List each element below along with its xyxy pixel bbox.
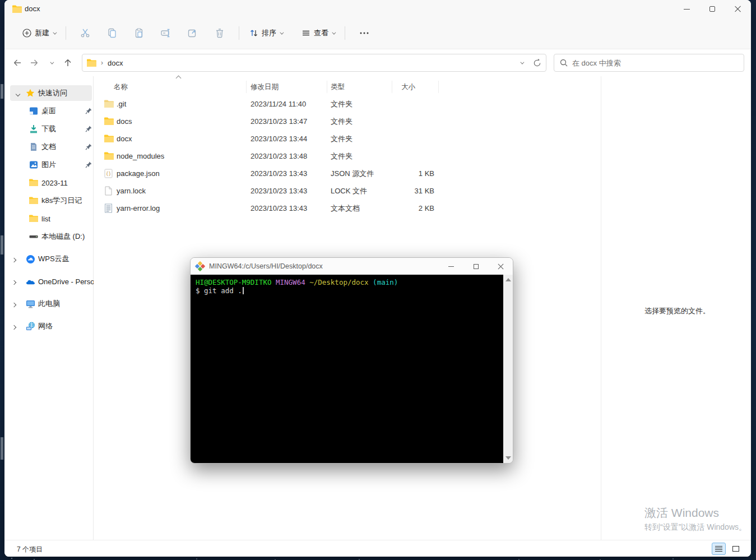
chevron-down-icon <box>53 30 57 34</box>
sidebar-item-label: 桌面 <box>41 106 56 116</box>
pin-icon <box>85 143 92 150</box>
file-row[interactable]: docx 2023/10/23 13:44 文件夹 <box>94 130 601 147</box>
rename-button[interactable] <box>155 23 177 43</box>
sidebar-item-local-disk-d[interactable]: 本地磁盘 (D:) <box>4 228 93 246</box>
refresh-icon[interactable] <box>533 59 541 67</box>
star-icon <box>26 89 35 98</box>
file-row[interactable]: {} package.json 2023/10/23 13:43 JSON 源文… <box>94 165 601 182</box>
arrow-up-icon <box>63 58 72 67</box>
sidebar-item-this-pc[interactable]: 此电脑 <box>4 293 93 315</box>
terminal-maximize-button[interactable] <box>463 258 488 275</box>
sidebar-item-network[interactable]: 网络 <box>4 315 93 337</box>
file-type: 文件夹 <box>331 134 392 144</box>
share-button[interactable] <box>182 23 204 43</box>
terminal-close-button[interactable] <box>488 258 513 275</box>
terminal-output[interactable]: HI@DESKTOP-M9DITKO MINGW64 ~/Desktop/doc… <box>191 275 503 463</box>
sidebar-item-folder[interactable]: 2023-11 <box>4 174 93 192</box>
log-file-icon <box>104 203 113 213</box>
chevron-right-icon[interactable] <box>12 277 16 286</box>
prompt-branch: (main) <box>373 278 398 286</box>
sidebar-item-documents[interactable]: 文档 <box>4 138 93 156</box>
details-view-button[interactable] <box>712 543 726 555</box>
file-row[interactable]: docs 2023/10/23 13:47 文件夹 <box>94 113 601 130</box>
documents-icon <box>29 142 38 151</box>
terminal-scrollbar[interactable] <box>503 275 513 463</box>
file-row[interactable]: node_modules 2023/10/23 13:48 文件夹 <box>94 147 601 165</box>
forward-button[interactable] <box>26 54 43 71</box>
chevron-down-icon[interactable] <box>10 89 26 98</box>
sidebar-item-desktop[interactable]: 桌面 <box>4 102 93 120</box>
sidebar-item-folder[interactable]: k8s学习日记 <box>4 192 93 210</box>
chevron-right-icon[interactable] <box>12 322 16 331</box>
back-button[interactable] <box>9 54 26 71</box>
up-button[interactable] <box>59 54 76 71</box>
file-type: 文件夹 <box>331 117 392 127</box>
recent-locations-button[interactable] <box>43 54 59 71</box>
details-view-icon <box>715 546 722 552</box>
window-title: docx <box>25 4 40 13</box>
large-icons-view-button[interactable] <box>729 543 743 555</box>
share-icon <box>188 28 198 38</box>
file-type: 文件夹 <box>331 151 392 161</box>
rename-icon <box>161 28 171 38</box>
file-row[interactable]: yarn-error.log 2023/10/23 13:43 文本文档 2 K… <box>94 200 601 217</box>
desktop-icon <box>29 107 38 115</box>
maximize-button[interactable] <box>699 0 725 18</box>
preview-pane-divider <box>601 76 601 540</box>
minimize-button[interactable] <box>674 0 699 18</box>
sidebar-item-folder[interactable]: list <box>4 210 93 228</box>
sidebar-item-label: 2023-11 <box>41 179 68 187</box>
navigation-bar: › docx <box>4 49 751 76</box>
close-button[interactable] <box>725 0 751 18</box>
column-header-date[interactable]: 修改日期 <box>247 81 327 93</box>
command-bar: 新建 <box>4 19 751 47</box>
view-button[interactable]: 查看 <box>297 25 339 41</box>
terminal-minimize-button[interactable] <box>439 258 463 275</box>
address-dropdown-icon[interactable] <box>520 60 524 64</box>
terminal-title-bar[interactable]: MINGW64:/c/Users/HI/Desktop/docx <box>191 258 513 275</box>
sidebar-item-pictures[interactable]: 图片 <box>4 156 93 174</box>
column-header-type[interactable]: 类型 <box>327 81 392 93</box>
column-header-size[interactable]: 大小 <box>392 81 439 93</box>
more-options-button[interactable] <box>353 23 375 43</box>
delete-button[interactable] <box>208 23 231 43</box>
file-type: LOCK 文件 <box>331 186 392 196</box>
text-cursor <box>243 287 244 294</box>
file-row[interactable]: .git 2023/11/24 11:40 文件夹 <box>94 95 601 113</box>
this-pc-icon <box>26 299 35 309</box>
file-row[interactable]: yarn.lock 2023/10/23 13:43 LOCK 文件 31 KB <box>94 182 601 200</box>
search-box[interactable] <box>554 54 744 72</box>
cut-button[interactable] <box>74 23 96 43</box>
sidebar-item-quick-access[interactable]: 快速访问 <box>10 85 92 101</box>
file-date: 2023/10/23 13:48 <box>251 152 331 160</box>
large-icons-view-icon <box>732 546 739 552</box>
chevron-right-icon[interactable] <box>12 255 16 263</box>
sidebar-item-label: 本地磁盘 (D:) <box>41 232 85 242</box>
file-date: 2023/11/24 11:40 <box>251 100 331 108</box>
scroll-up-icon[interactable] <box>505 278 511 281</box>
sidebar-item-onedrive[interactable]: OneDrive - Personal <box>4 270 93 293</box>
sidebar-item-wps-cloud[interactable]: WPS云盘 <box>4 248 93 270</box>
file-name: .git <box>117 100 251 108</box>
folder-icon <box>29 196 38 205</box>
chevron-right-icon[interactable] <box>12 300 16 308</box>
copy-button[interactable] <box>101 23 123 43</box>
file-date: 2023/10/23 13:43 <box>251 187 331 195</box>
desktop-icon-fragment <box>1 84 3 99</box>
chevron-down-icon <box>332 30 336 34</box>
view-lines-icon <box>302 29 310 38</box>
address-bar[interactable]: › docx <box>82 54 546 72</box>
prompt-path: ~/Desktop/docx <box>309 278 368 286</box>
file-date: 2023/10/23 13:43 <box>251 169 331 178</box>
new-button[interactable]: 新建 <box>18 25 60 41</box>
sidebar-item-downloads[interactable]: 下载 <box>4 120 93 138</box>
search-input[interactable] <box>572 59 738 67</box>
folder-icon <box>104 100 114 108</box>
title-bar[interactable]: docx <box>4 0 751 18</box>
scroll-down-icon[interactable] <box>505 456 511 460</box>
sort-button[interactable]: 排序 <box>245 25 287 41</box>
paste-button[interactable] <box>128 23 150 43</box>
sidebar-item-label: OneDrive - Personal <box>38 277 94 286</box>
column-header-name[interactable]: 名称 <box>94 81 247 93</box>
breadcrumb[interactable]: docx <box>108 59 123 67</box>
